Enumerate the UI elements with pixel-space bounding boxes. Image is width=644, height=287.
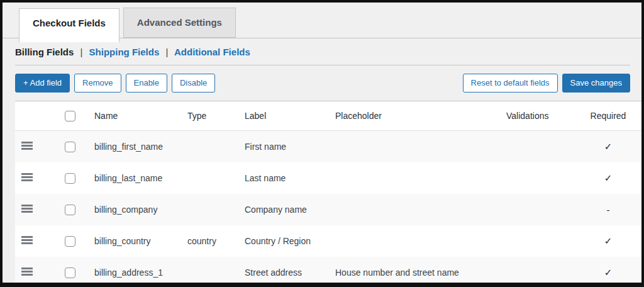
drag-handle-icon[interactable] xyxy=(20,264,34,279)
save-changes-button[interactable]: Save changes xyxy=(562,74,630,93)
enable-button[interactable]: Enable xyxy=(126,74,167,93)
header-label: Label xyxy=(240,101,330,131)
field-required-mark: ✓ xyxy=(577,257,640,287)
field-placeholder xyxy=(330,194,501,225)
field-validations xyxy=(501,257,577,287)
reset-default-fields-button[interactable]: Reset to default fields xyxy=(463,74,558,93)
table-body: billing_first_name First name ✓ ✓ Edit b… xyxy=(15,131,644,287)
field-placeholder xyxy=(330,131,501,163)
field-type xyxy=(182,257,240,287)
field-placeholder xyxy=(330,225,501,257)
row-checkbox[interactable] xyxy=(65,173,75,184)
header-required: Required xyxy=(577,101,640,131)
field-enabled-mark: ✓ xyxy=(640,257,644,287)
field-name: billing_company xyxy=(89,194,182,225)
subnav-separator: | xyxy=(77,47,87,57)
field-validations xyxy=(501,194,577,225)
tab-advanced-settings[interactable]: Advanced Settings xyxy=(123,8,236,38)
add-field-button[interactable]: + Add field xyxy=(15,74,70,93)
header-validations: Validations xyxy=(501,101,577,131)
field-label: Company name xyxy=(240,194,330,225)
row-checkbox[interactable] xyxy=(65,205,75,215)
field-validations xyxy=(501,131,577,163)
field-label: Country / Region xyxy=(240,225,330,257)
header-placeholder: Placeholder xyxy=(330,101,501,131)
drag-handle-icon[interactable] xyxy=(20,138,34,154)
subnav-additional-fields[interactable]: Additional Fields xyxy=(174,47,250,57)
field-enabled-mark: ✓ xyxy=(640,225,644,257)
field-label: Last name xyxy=(240,162,330,194)
drag-handle-icon[interactable] xyxy=(20,232,34,248)
field-type xyxy=(182,131,240,163)
row-checkbox[interactable] xyxy=(65,236,75,247)
remove-button[interactable]: Remove xyxy=(74,74,121,93)
field-name: billing_first_name xyxy=(89,131,182,163)
disable-button[interactable]: Disable xyxy=(172,74,215,93)
table-row: billing_last_name Last name ✓ ✓ Edit xyxy=(15,162,644,194)
table-row: billing_country country Country / Region… xyxy=(15,225,644,257)
field-name: billing_last_name xyxy=(89,162,182,194)
row-checkbox[interactable] xyxy=(65,267,75,278)
field-enabled-mark: ✓ xyxy=(640,131,644,163)
header-enabled: Enabled xyxy=(640,101,644,131)
subnav-shipping-fields[interactable]: Shipping Fields xyxy=(89,47,160,57)
plugin-settings-page: Checkout Fields Advanced Settings Billin… xyxy=(0,0,644,287)
field-type xyxy=(182,194,240,225)
table-row: billing_address_1 Street address House n… xyxy=(15,257,644,287)
tab-bar: Checkout Fields Advanced Settings xyxy=(3,3,641,38)
field-type xyxy=(182,162,240,194)
header-checkbox-column xyxy=(50,101,89,131)
table-row: billing_company Company name - ✓ Edit xyxy=(15,194,644,225)
fields-table-container: Name Type Label Placeholder Validations … xyxy=(15,101,630,287)
subnav-billing-fields[interactable]: Billing Fields xyxy=(15,47,74,57)
fields-table: Name Type Label Placeholder Validations … xyxy=(15,101,644,287)
table-row: billing_first_name First name ✓ ✓ Edit xyxy=(15,131,644,163)
field-placeholder: House number and street name xyxy=(330,257,501,287)
drag-handle-icon[interactable] xyxy=(20,201,34,217)
field-name: billing_address_1 xyxy=(89,257,182,287)
field-label: Street address xyxy=(240,257,330,287)
table-header-row: Name Type Label Placeholder Validations … xyxy=(15,101,644,131)
field-enabled-mark: ✓ xyxy=(640,162,644,194)
field-required-mark: ✓ xyxy=(577,225,640,257)
field-name: billing_country xyxy=(89,225,182,257)
subnav-separator: | xyxy=(162,47,172,57)
header-type: Type xyxy=(182,101,240,131)
header-name: Name xyxy=(89,101,182,131)
row-checkbox[interactable] xyxy=(65,142,75,152)
field-validations xyxy=(501,225,577,257)
field-label: First name xyxy=(240,131,330,163)
field-type: country xyxy=(182,225,240,257)
field-validations xyxy=(501,162,577,194)
field-required-mark: ✓ xyxy=(577,162,640,194)
field-required-mark: ✓ xyxy=(577,131,640,163)
tab-checkout-fields[interactable]: Checkout Fields xyxy=(19,8,119,42)
field-required-mark: - xyxy=(577,194,640,225)
header-drag-column xyxy=(15,101,50,131)
drag-handle-icon[interactable] xyxy=(20,169,34,185)
select-all-checkbox[interactable] xyxy=(65,111,75,121)
field-placeholder xyxy=(330,162,501,194)
toolbar: + Add field Remove Enable Disable Reset … xyxy=(15,65,630,101)
field-enabled-mark: ✓ xyxy=(640,194,644,225)
